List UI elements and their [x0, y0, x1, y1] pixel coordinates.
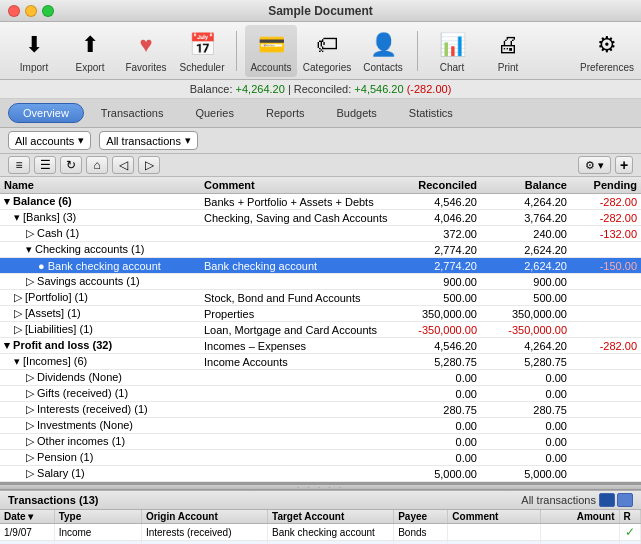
account-name: ▷ Gifts (received) (1) [0, 387, 200, 400]
tab-overview[interactable]: Overview [8, 103, 84, 123]
toolbar-preferences[interactable]: ⚙ Preferences [581, 25, 633, 77]
account-reconciled: 2,774.20 [391, 260, 481, 272]
account-row-cash[interactable]: ▷ Cash (1) 372.00 240.00 -132.00 [0, 226, 641, 242]
back-button[interactable]: ◁ [112, 156, 134, 174]
transactions-header-bar: Transactions (13) All transactions [0, 490, 641, 510]
tree-view-button[interactable]: ☰ [34, 156, 56, 174]
account-filter-arrow: ▾ [78, 134, 84, 147]
tab-budgets[interactable]: Budgets [321, 103, 391, 123]
account-row-banks[interactable]: ▾ [Banks] (3) Checking, Saving and Cash … [0, 210, 641, 226]
refresh-button[interactable]: ↻ [60, 156, 82, 174]
account-row-investments[interactable]: ▷ Investments (None) 0.00 0.00 [0, 418, 641, 434]
header-balance[interactable]: Balance [481, 178, 571, 192]
toolbar-print[interactable]: 🖨 Print [482, 25, 534, 77]
account-row-gifts[interactable]: ▷ Gifts (received) (1) 0.00 0.00 [0, 386, 641, 402]
account-comment: Income Accounts [200, 356, 391, 368]
minimize-button[interactable] [25, 5, 37, 17]
tx-target: Bank checking account [268, 541, 394, 545]
filter-row: All accounts ▾ All transactions ▾ [0, 128, 641, 154]
account-row-pension[interactable]: ▷ Pension (1) 0.00 0.00 [0, 450, 641, 466]
toolbar-accounts[interactable]: 💳 Accounts [245, 25, 297, 77]
account-balance: 4,264.20 [481, 340, 571, 352]
toolbar-export-label: Export [76, 62, 105, 73]
toolbar-scheduler[interactable]: 📅 Scheduler [176, 25, 228, 77]
toolbar-categories[interactable]: 🏷 Categories [301, 25, 353, 77]
tab-transactions[interactable]: Transactions [86, 103, 179, 123]
tab-reports[interactable]: Reports [251, 103, 320, 123]
tx-date: 1/9/07 [0, 524, 54, 541]
add-button[interactable]: + [615, 156, 633, 174]
account-comment: Banks + Portfolio + Assets + Debts [200, 196, 391, 208]
th-target[interactable]: Target Account [268, 510, 394, 524]
favorites-icon: ♥ [130, 29, 162, 61]
account-row-profit-loss[interactable]: ▾ Profit and loss (32) Incomes – Expense… [0, 338, 641, 354]
account-row-salary[interactable]: ▷ Salary (1) 5,000.00 5,000.00 [0, 466, 641, 482]
toolbar-favorites[interactable]: ♥ Favorites [120, 25, 172, 77]
account-balance: 2,624.20 [481, 260, 571, 272]
transaction-row[interactable]: 1/10/07 Income Salary Bank checking acco… [0, 541, 641, 545]
transaction-filter[interactable]: All transactions ▾ [99, 131, 198, 150]
home-button[interactable]: ⌂ [86, 156, 108, 174]
account-row-balance[interactable]: ▾ Balance (6) Banks + Portfolio + Assets… [0, 194, 641, 210]
window-controls[interactable] [8, 5, 54, 17]
account-row-checking[interactable]: ▾ Checking accounts (1) 2,774.20 2,624.2… [0, 242, 641, 258]
th-payee[interactable]: Payee [394, 510, 448, 524]
account-pending: -132.00 [571, 228, 641, 240]
account-row-savings[interactable]: ▷ Savings accounts (1) 900.00 900.00 [0, 274, 641, 290]
toolbar-preferences-label: Preferences [580, 62, 634, 73]
account-reconciled: 5,280.75 [391, 356, 481, 368]
account-row-portfolio[interactable]: ▷ [Portfolio] (1) Stock, Bond and Fund A… [0, 290, 641, 306]
header-comment[interactable]: Comment [200, 178, 391, 192]
tab-statistics[interactable]: Statistics [394, 103, 468, 123]
maximize-button[interactable] [42, 5, 54, 17]
toolbar-categories-label: Categories [303, 62, 351, 73]
header-pending[interactable]: Pending [571, 178, 641, 192]
tx-origin: Salary [141, 541, 267, 545]
account-balance: 3,764.20 [481, 212, 571, 224]
accounts-table: Name Comment Reconciled Balance Pending … [0, 177, 641, 484]
tab-queries[interactable]: Queries [180, 103, 249, 123]
view-btn-list[interactable] [599, 493, 615, 507]
list-view-button[interactable]: ≡ [8, 156, 30, 174]
account-filter[interactable]: All accounts ▾ [8, 131, 91, 150]
th-comment[interactable]: Comment [448, 510, 540, 524]
account-row-assets[interactable]: ▷ [Assets] (1) Properties 350,000.00 350… [0, 306, 641, 322]
account-row-incomes[interactable]: ▾ [Incomes] (6) Income Accounts 5,280.75… [0, 354, 641, 370]
accounts-toolbar: ≡ ☰ ↻ ⌂ ◁ ▷ ⚙ ▾ + [0, 154, 641, 177]
th-amount[interactable]: Amount [540, 510, 619, 524]
toolbar-import[interactable]: ⬇ Import [8, 25, 60, 77]
account-balance: 4,264.20 [481, 196, 571, 208]
th-origin[interactable]: Origin Account [141, 510, 267, 524]
tx-reconciled: ✓ [619, 541, 641, 545]
account-comment: Checking, Saving and Cash Accounts [200, 212, 391, 224]
header-name[interactable]: Name [0, 178, 200, 192]
close-button[interactable] [8, 5, 20, 17]
transaction-filter-label: All transactions [106, 135, 181, 147]
action-menu-button[interactable]: ⚙ ▾ [578, 156, 611, 174]
header-reconciled[interactable]: Reconciled [391, 178, 481, 192]
account-name: ▷ Investments (None) [0, 419, 200, 432]
toolbar-chart[interactable]: 📊 Chart [426, 25, 478, 77]
account-row-other-incomes[interactable]: ▷ Other incomes (1) 0.00 0.00 [0, 434, 641, 450]
tx-type: Income [54, 541, 141, 545]
account-reconciled: 4,046.20 [391, 212, 481, 224]
toolbar-export[interactable]: ⬆ Export [64, 25, 116, 77]
transaction-filter-arrow: ▾ [185, 134, 191, 147]
account-pending: -282.00 [571, 212, 641, 224]
view-btn-split[interactable] [617, 493, 633, 507]
account-reconciled: 0.00 [391, 372, 481, 384]
th-date[interactable]: Date ▾ [0, 510, 54, 524]
toolbar-contacts[interactable]: 👤 Contacts [357, 25, 409, 77]
account-row-bank-checking[interactable]: ● Bank checking account Bank checking ac… [0, 258, 641, 274]
account-comment: Incomes – Expenses [200, 340, 391, 352]
accounts-icon: 💳 [255, 29, 287, 61]
account-row-liabilities[interactable]: ▷ [Liabilities] (1) Loan, Mortgage and C… [0, 322, 641, 338]
forward-button[interactable]: ▷ [138, 156, 160, 174]
th-r[interactable]: R [619, 510, 641, 524]
categories-icon: 🏷 [311, 29, 343, 61]
account-row-interests[interactable]: ▷ Interests (received) (1) 280.75 280.75 [0, 402, 641, 418]
th-type[interactable]: Type [54, 510, 141, 524]
account-name: ▷ Cash (1) [0, 227, 200, 240]
transaction-row[interactable]: 1/9/07 Income Interests (received) Bank … [0, 524, 641, 541]
account-row-dividends[interactable]: ▷ Dividends (None) 0.00 0.00 [0, 370, 641, 386]
